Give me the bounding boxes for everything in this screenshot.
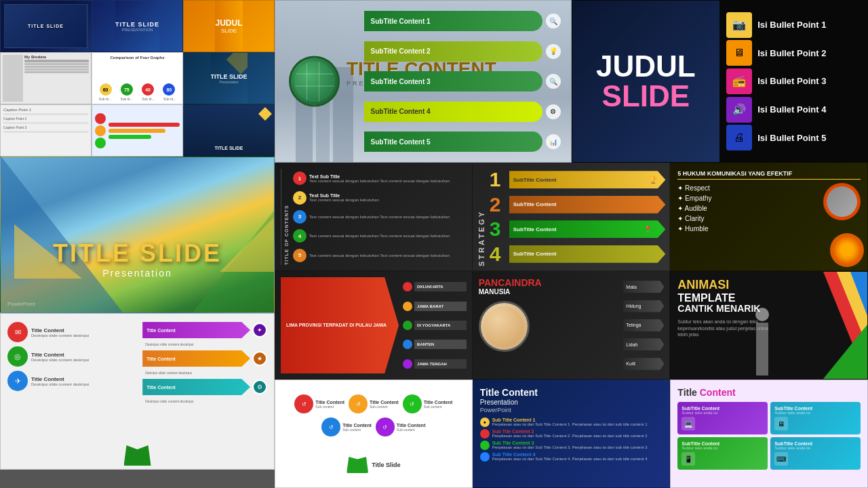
ppt-item-2-label: Sub Ttle Content 2: [492, 429, 648, 434]
provinsi-item-3: DI YOGYAKARTA: [417, 323, 450, 327]
sense-lidah: Lidah: [626, 342, 637, 347]
globe-icon: [289, 56, 340, 107]
ppt-item-3-label: Sub Ttle Content 3: [492, 441, 648, 445]
animasi-title1: ANIMASI: [677, 279, 861, 292]
bottom-left-infographic[interactable]: ✉ Title Content Deskripsi slide content …: [0, 313, 275, 470]
thumb3-sub: SLIDE: [221, 28, 237, 34]
ppt-item-3-desc: Penjelasan atau isi dari Sub Title Conte…: [492, 445, 648, 449]
tc-item-3: SubTitle Content: [682, 441, 764, 446]
sense-mata: Mata: [626, 285, 637, 289]
ribbon-item-4: SubTitle Content 4: [371, 108, 431, 115]
thumbnail-4-biodata[interactable]: My Biodata: [0, 52, 92, 104]
info-desc-3: Deskripsi slide content deskripsi: [31, 382, 89, 386]
thumbnail-2[interactable]: TITLE SLIDE PRESENTATION: [92, 0, 183, 52]
bottom-center-circles[interactable]: ↺ Title Content Sub content ↺ Title Cont…: [275, 380, 473, 488]
thumb3-judul: JUDUL: [215, 18, 242, 28]
thumb11-label: TITLE SLIDE: [215, 146, 243, 150]
hukum-item-5: ✦ Humble: [677, 224, 861, 234]
info-title-6: Title Content: [146, 385, 176, 390]
beach-slide[interactable]: TITLE SLIDE Presentation PowerPoint: [0, 157, 275, 313]
thumb5-label: My Biodata: [24, 55, 89, 59]
thumbnail-5-comparison[interactable]: Comparison of Four Graphs 60 75 40 80: [92, 52, 183, 104]
strategy-title: STRATEGY: [477, 167, 486, 266]
ppt-item-1-label: Sub Title Content 1: [492, 418, 648, 422]
judul-main-title: JUDUL: [596, 52, 696, 81]
strategy-item-3: SubTitle Content: [513, 226, 557, 232]
thumb7-sub: Presentation: [219, 80, 238, 84]
info-desc-4: Deskripsi slide content deskripsi: [142, 342, 267, 346]
thumbnail-1[interactable]: TITLE SLIDE: [0, 0, 92, 52]
provinsi-item-4: BANTEN: [417, 342, 434, 346]
ppt-item-4-desc: Penjelasan atau isi dari Sub Title Conte…: [492, 457, 648, 461]
thumbnail-3[interactable]: JUDUL SLIDE: [183, 0, 275, 52]
pancaindra-subtitle: MANUSIA: [479, 288, 618, 296]
bullet-item-1: 📷 Isi Bullet Point 1: [726, 12, 861, 38]
tc-right-title: Title Content: [677, 387, 861, 398]
toc-title: TITLE OF CONTENTS: [281, 169, 289, 265]
strategy-item-2: SubTitle Content: [513, 201, 557, 207]
green-ribbon-slide[interactable]: TITLE CONTENT PRESENTATION SubTitle Cont…: [275, 0, 572, 163]
provinsi-item-5: JAWA TENGAH: [417, 362, 447, 366]
toc-slide[interactable]: TITLE OF CONTENTS 1 Text Sub Title Text …: [275, 163, 473, 271]
beach-watermark: PowerPoint: [7, 301, 35, 307]
title-content-right-slide[interactable]: Title Content SubTitle Content Subtur te…: [670, 380, 868, 488]
bc-title-1: Title Content: [315, 400, 344, 405]
ppt-watermark: PowerPoint: [480, 407, 663, 413]
thumbnail-8-infographic[interactable]: [92, 104, 183, 157]
bc-title-3: Title Content: [424, 400, 453, 405]
thumb1-label: TITLE SLIDE: [28, 24, 64, 28]
thumbnail-7-caption[interactable]: Caption Point 1 Caption Point 2 Caption …: [0, 104, 92, 157]
info-title-2: Title Content: [31, 352, 89, 358]
ppt-main-title: Title Content: [480, 387, 663, 399]
judul-slide[interactable]: JUDUL SLIDE 📷 Isi Bullet Point 1 🖥 Isi B…: [572, 0, 869, 163]
provinsi-item-2: JAWA BARAT: [417, 304, 443, 308]
pancaindra-title: PANCAINDRA: [479, 277, 618, 288]
bc-title-5: Title Content: [397, 423, 426, 428]
ppt-item-4-label: Sub Title Content 4: [492, 452, 648, 457]
ribbon-item-2: SubTitle Content 2: [371, 47, 431, 55]
animasi-sub: Subtur teks akan anda isi dengan teks ke…: [677, 319, 779, 338]
beach-sub: Presentation: [1, 268, 274, 279]
hukum-title: 5 HUKUM KOMUNIKASI YANG EFEKTIF: [677, 170, 861, 180]
thumb2-label: TITLE SLIDE: [115, 21, 159, 28]
bullet-item-2: 🖥 Isi Bullet Point 2: [726, 40, 861, 66]
info-desc-5: Dekripsi slide content deskripsi: [142, 371, 267, 375]
ppt-item-2-desc: Penjelasan atau isi dari Sub Title Conte…: [492, 434, 648, 438]
info-title-4: Title Content: [146, 328, 176, 333]
animasi-slide[interactable]: ANIMASI TEMPLATE CANTIK MENARIK Subtur t…: [670, 271, 868, 380]
pancaindra-face: [479, 301, 530, 352]
judul-main-subtitle: SLIDE: [602, 81, 690, 111]
thumbnail-9-city[interactable]: TITLE SLIDE: [183, 104, 275, 157]
sense-hidung: Hidung: [626, 304, 641, 308]
ppt-sub: Presentation: [480, 399, 663, 407]
info-desc-6: Deskripsi slide content deskripsi: [142, 399, 267, 403]
info-desc-1: Deskripsi slide content deskripsi: [31, 333, 89, 338]
ribbon-item-5: SubTitle Content 5: [371, 138, 431, 146]
provinsi-main-title: LIMA PROVINSI TERPADAT DI PULAU JAWA: [286, 322, 387, 329]
tc-item-4: SubTitle Content: [774, 441, 856, 446]
title-content-ppt-slide[interactable]: Title Content Presentation PowerPoint ● …: [473, 380, 671, 488]
hukum-slide[interactable]: 5 HUKUM KOMUNIKASI YANG EFEKTIF ✦ Respec…: [670, 163, 868, 271]
sense-kulit: Kulit: [626, 361, 635, 366]
bullet-item-4: 🔊 Isi Bullet Point 4: [726, 97, 861, 123]
ppt-item-1-desc: Penjelasan atau isi dari Sub Title Conte…: [492, 422, 648, 426]
info-title-3: Title Content: [31, 376, 89, 382]
bc-title-4: Title Content: [342, 423, 372, 428]
bullet-item-5: 🖨 Isi Bullet Point 5: [726, 125, 861, 150]
pancaindra-slide[interactable]: PANCAINDRA MANUSIA Mata: [473, 271, 671, 380]
thumb6-label: Comparison of Four Graphs: [95, 56, 180, 60]
thumbnail-6-title-pres[interactable]: TITLE SLIDE Presentation: [183, 52, 275, 104]
provinsi-slide[interactable]: LIMA PROVINSI TERPADAT DI PULAU JAWA DKI…: [275, 271, 473, 380]
strategy-item-1: SubTitle Content: [513, 177, 557, 183]
bottom-center-title: Title Slide: [372, 462, 400, 468]
strategy-item-4: SubTitle Content: [513, 251, 557, 257]
info-title-1: Title Content: [31, 327, 89, 333]
ribbon-container: SubTitle Content 1 🔍 SubTitle Content 2 …: [364, 11, 561, 152]
animasi-title3: CANTIK MENARIK: [677, 304, 861, 314]
thumb2-sub: PRESENTATION: [122, 28, 153, 32]
ribbon-item-1: SubTitle Content 1: [371, 18, 431, 25]
strategy-slide[interactable]: STRATEGY 1 SubTitle Content 🏆 2 SubTitle…: [473, 163, 671, 271]
info-title-5: Title Content: [146, 357, 176, 361]
bullet-item-3: 📻 Isi Bullet Point 3: [726, 68, 861, 94]
tc-item-2: SubTitle Content: [774, 406, 856, 411]
